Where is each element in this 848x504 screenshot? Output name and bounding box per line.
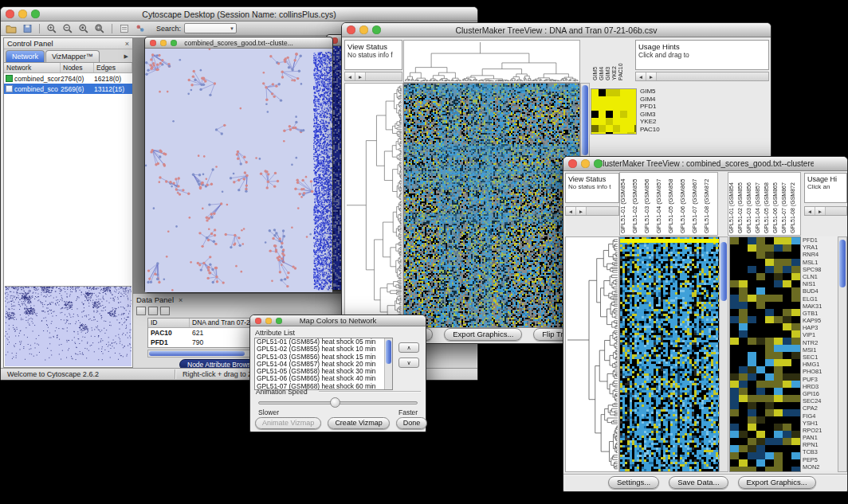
- arrow-right-icon[interactable]: ►: [576, 207, 587, 215]
- network-list-item[interactable]: combined_sco 2569(6) 13112(15): [4, 84, 132, 94]
- minimize-button[interactable]: [160, 40, 167, 46]
- control-panel-tab[interactable]: Network: [6, 50, 45, 62]
- column-tree-nav[interactable]: ◄ ►: [804, 206, 847, 216]
- column-label[interactable]: GPL51-03 (GSM856: [746, 173, 755, 235]
- nav-track[interactable]: [826, 207, 846, 215]
- gene-label[interactable]: NTR2: [803, 339, 838, 346]
- gene-label[interactable]: RPO21: [803, 427, 838, 434]
- close-icon[interactable]: ×: [125, 40, 129, 48]
- scrollbar-thumb[interactable]: [149, 351, 245, 356]
- network-view-titlebar[interactable]: combined_scores_good.txt--cluste...: [145, 37, 332, 49]
- column-label[interactable]: GPL51-02 (GSM855: [632, 173, 644, 235]
- zoom-fit-icon[interactable]: [93, 23, 106, 34]
- attribute-listbox[interactable]: GPL51-01 (GSM854) heat shock 05 minGPL51…: [254, 338, 393, 390]
- column-label[interactable]: GPL51-08 (GSM872: [704, 173, 716, 235]
- tab-overflow-icon[interactable]: ▶: [124, 53, 131, 60]
- scrollbar-thumb[interactable]: [839, 240, 846, 287]
- close-icon[interactable]: ×: [179, 296, 183, 304]
- dialog-titlebar[interactable]: Map Colors to Network: [250, 315, 426, 326]
- close-button[interactable]: [568, 159, 577, 168]
- zoom-button[interactable]: [171, 40, 177, 46]
- nav-track[interactable]: [587, 207, 618, 215]
- treeview-button[interactable]: Save Data...: [669, 476, 728, 489]
- column-tree-nav[interactable]: ◄ ►: [635, 72, 769, 81]
- dialog-button[interactable]: Create Vizmap: [328, 417, 389, 429]
- dialog-button[interactable]: Done: [396, 417, 428, 429]
- arrow-left-icon[interactable]: ◄: [805, 207, 815, 215]
- gene-label[interactable]: PUF3: [803, 376, 838, 383]
- row-tree-nav[interactable]: ◄ ►: [565, 206, 619, 216]
- nav-track[interactable]: [657, 72, 768, 80]
- select-attributes-icon[interactable]: [148, 307, 158, 315]
- gene-label[interactable]: RPN1: [803, 441, 838, 448]
- column-header[interactable]: Nodes: [61, 63, 94, 72]
- nav-track[interactable]: [366, 72, 402, 80]
- global-vscrollbar[interactable]: [719, 236, 728, 472]
- zoom-button[interactable]: [594, 159, 603, 168]
- correlation-matrix-canvas[interactable]: [591, 88, 637, 135]
- table-panel-icon[interactable]: [136, 307, 146, 315]
- column-label[interactable]: PAC10: [618, 40, 624, 82]
- zoom-heatmap-canvas[interactable]: [729, 236, 801, 472]
- column-label[interactable]: GPL51-08 (GSM872: [790, 173, 799, 235]
- scrollbar-thumb[interactable]: [720, 242, 727, 301]
- row-dendrogram-canvas[interactable]: [344, 83, 403, 328]
- column-label[interactable]: GPL51-07 (GSM867: [692, 173, 704, 235]
- speed-slider-thumb[interactable]: [330, 397, 340, 408]
- gene-label[interactable]: GPI16: [803, 390, 838, 397]
- close-button[interactable]: [6, 10, 14, 18]
- move-down-button[interactable]: ∨: [398, 357, 419, 368]
- gene-label[interactable]: VIP1: [803, 331, 838, 338]
- gene-label[interactable]: HMG1: [803, 361, 838, 368]
- zoom-out-icon[interactable]: [61, 23, 74, 34]
- minimize-button[interactable]: [265, 318, 272, 324]
- column-label[interactable]: GPL51-03 (GSM856: [644, 173, 656, 235]
- gene-label[interactable]: YSH1: [803, 420, 838, 427]
- column-label[interactable]: GIM3: [605, 40, 611, 82]
- arrow-left-icon[interactable]: ◄: [566, 207, 576, 215]
- column-label[interactable]: GPL51-04 (GSM857: [755, 173, 764, 235]
- column-label[interactable]: GPL51-06 (GSM865: [772, 173, 781, 235]
- treeview-button[interactable]: Export Graphics...: [738, 476, 816, 489]
- minimize-button[interactable]: [581, 159, 590, 168]
- list-vscrollbar[interactable]: [384, 338, 392, 389]
- gene-label[interactable]: PAC10: [640, 126, 660, 134]
- column-label[interactable]: GPL51-01 (GSM854: [728, 173, 737, 235]
- column-label[interactable]: GPL51-06 (GSM865: [680, 173, 692, 235]
- gene-label[interactable]: MON2: [803, 463, 838, 471]
- gene-label[interactable]: NIS1: [803, 280, 838, 287]
- matrix-panel-icon[interactable]: [160, 307, 170, 315]
- gene-label[interactable]: FIG4: [803, 412, 838, 420]
- gene-label[interactable]: HRD3: [803, 383, 838, 390]
- zoom-button[interactable]: [372, 25, 381, 34]
- close-button[interactable]: [255, 318, 261, 324]
- arrow-right-icon[interactable]: ►: [646, 72, 657, 80]
- column-dendrogram-canvas[interactable]: [403, 40, 580, 83]
- gene-label[interactable]: SPC98: [803, 266, 838, 273]
- gene-label[interactable]: CLN1: [803, 273, 838, 280]
- zoom-vscrollbar[interactable]: [838, 236, 847, 472]
- column-label[interactable]: GIM5: [592, 40, 599, 82]
- move-up-button[interactable]: ∧: [398, 342, 419, 353]
- column-label[interactable]: GIM4: [599, 40, 605, 82]
- column-label[interactable]: GPL51-05 (GSM858: [668, 173, 680, 235]
- treeview-combined-titlebar[interactable]: ClusterMaker TreeView : combined_scores_…: [563, 157, 847, 171]
- column-header[interactable]: Network: [4, 63, 61, 72]
- gene-label[interactable]: YKE2: [640, 118, 660, 126]
- dialog-button[interactable]: Animate Vizmap: [255, 417, 321, 429]
- row-tree-nav[interactable]: ◄ ►: [344, 72, 402, 81]
- annotation-icon[interactable]: [118, 23, 131, 34]
- column-label[interactable]: GPL51-07 (GSM867: [781, 173, 790, 235]
- gene-label[interactable]: SEC24: [803, 397, 838, 404]
- minimize-button[interactable]: [18, 10, 27, 18]
- search-input[interactable]: ▼: [184, 23, 237, 33]
- scrollbar-thumb[interactable]: [386, 340, 391, 364]
- gene-label[interactable]: GIM3: [640, 111, 660, 119]
- close-button[interactable]: [150, 40, 156, 46]
- control-panel-tab[interactable]: VizMapper™: [45, 50, 100, 62]
- scrollbar-thumb[interactable]: [582, 85, 588, 155]
- main-titlebar[interactable]: Cytoscape Desktop (Session Name: collins…: [1, 7, 477, 21]
- treeview-button[interactable]: Export Graphics...: [444, 328, 522, 341]
- column-label[interactable]: GPL51-02 (GSM855: [737, 173, 746, 235]
- gene-label[interactable]: PEP5: [803, 456, 838, 463]
